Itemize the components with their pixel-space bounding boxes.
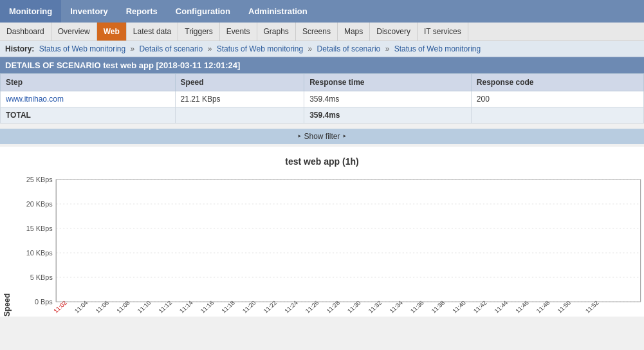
nav-overview[interactable]: Overview — [51, 23, 97, 41]
details-header: DETAILS OF SCENARIO test web app [2018-0… — [0, 57, 644, 73]
chart-y-label: Speed — [0, 173, 14, 317]
chevron-down-icon: ‣ — [297, 132, 302, 141]
nav-maps[interactable]: Maps — [338, 23, 370, 41]
breadcrumb-sep-3: » — [308, 44, 313, 53]
history-label: History: — [5, 44, 34, 53]
filter-label: Show filter — [304, 132, 340, 141]
cell-response-time: 359.4ms — [304, 91, 472, 107]
svg-text:10 KBps: 10 KBps — [26, 250, 53, 257]
breadcrumb-sep-1: » — [131, 44, 135, 53]
second-navigation: Dashboard Overview Web Latest data Trigg… — [0, 23, 644, 41]
breadcrumb-link-1[interactable]: Status of Web monitoring — [39, 44, 126, 53]
nav-discovery[interactable]: Discovery — [370, 23, 418, 41]
nav-inventory[interactable]: Inventory — [61, 0, 117, 23]
cell-total-response-time: 359.4ms — [304, 107, 472, 124]
cell-response-code: 200 — [471, 91, 643, 107]
breadcrumb-link-3[interactable]: Status of Web monitoring — [217, 44, 304, 53]
nav-web[interactable]: Web — [97, 23, 127, 41]
nav-screens[interactable]: Screens — [296, 23, 338, 41]
cell-step: www.itnihao.com — [1, 91, 176, 107]
cell-speed: 21.21 KBps — [175, 91, 304, 107]
breadcrumb-link-2[interactable]: Details of scenario — [140, 44, 203, 53]
breadcrumb-sep-2: » — [208, 44, 212, 53]
svg-text:5 KBps: 5 KBps — [30, 274, 53, 281]
nav-reports[interactable]: Reports — [117, 0, 167, 23]
nav-triggers[interactable]: Triggers — [178, 23, 220, 41]
col-step: Step — [1, 74, 176, 91]
cell-total-speed — [175, 107, 304, 124]
nav-graphs[interactable]: Graphs — [257, 23, 296, 41]
cell-total-label: TOTAL — [1, 107, 176, 124]
col-speed: Speed — [175, 74, 304, 91]
svg-rect-38 — [56, 180, 640, 302]
chart-wrapper: Speed 25 KBps 20 KBps 15 KBps 10 KBps 5 … — [0, 173, 644, 317]
nav-dashboard[interactable]: Dashboard — [0, 23, 51, 41]
breadcrumb: History: Status of Web monitoring » Deta… — [0, 41, 644, 57]
col-response-time: Response time — [304, 74, 472, 91]
nav-latest-data[interactable]: Latest data — [127, 23, 178, 41]
scenario-table: Step Speed Response time Response code w… — [0, 73, 644, 124]
chart-title: test web app (1h) — [0, 153, 644, 173]
svg-text:15 KBps: 15 KBps — [26, 225, 53, 232]
chart-container: test web app (1h) Speed 25 KBps 20 KBps … — [0, 147, 644, 317]
nav-monitoring[interactable]: Monitoring — [0, 0, 61, 23]
cell-total-response-code — [471, 107, 643, 124]
nav-it-services[interactable]: IT services — [418, 23, 468, 41]
top-navigation: Monitoring Inventory Reports Configurati… — [0, 0, 644, 23]
breadcrumb-link-4[interactable]: Details of scenario — [317, 44, 381, 53]
breadcrumb-link-5[interactable]: Status of Web monitoring — [394, 44, 481, 53]
nav-administration[interactable]: Administration — [239, 0, 317, 23]
chart-svg: 25 KBps 20 KBps 15 KBps 10 KBps 5 KBps 0… — [14, 173, 644, 315]
svg-text:20 KBps: 20 KBps — [26, 201, 53, 208]
svg-text:0 Bps: 0 Bps — [35, 299, 53, 306]
nav-configuration[interactable]: Configuration — [167, 0, 239, 23]
breadcrumb-sep-4: » — [385, 44, 390, 53]
show-filter-bar[interactable]: ‣ Show filter ‣ — [0, 129, 644, 144]
table-row-total: TOTAL 359.4ms — [1, 107, 644, 124]
table-row: www.itnihao.com 21.21 KBps 359.4ms 200 — [1, 91, 644, 107]
svg-text:25 KBps: 25 KBps — [26, 176, 53, 183]
chevron-down-icon-right: ‣ — [342, 132, 347, 141]
col-response-code: Response code — [471, 74, 643, 91]
chart-area: 25 KBps 20 KBps 15 KBps 10 KBps 5 KBps 0… — [14, 173, 644, 317]
nav-events[interactable]: Events — [220, 23, 257, 41]
